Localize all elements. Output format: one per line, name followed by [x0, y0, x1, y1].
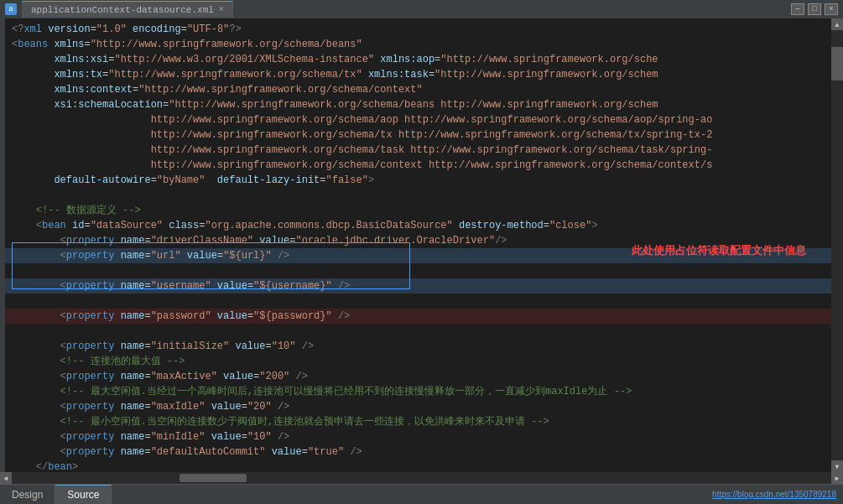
editor-content[interactable]: <?xml version="1.0" encoding="UTF-8"?> <…: [5, 18, 831, 472]
tab-close-icon[interactable]: ×: [219, 5, 224, 14]
window-controls: — □ ×: [791, 3, 838, 15]
minimize-button[interactable]: —: [791, 3, 804, 15]
scroll-thumb-v[interactable]: [831, 47, 843, 81]
app-icon: a: [5, 3, 17, 15]
title-bar: a applicationContext-datasource.xml × — …: [0, 0, 843, 18]
vertical-scrollbar[interactable]: ▲ ▼: [831, 18, 843, 472]
bottom-bar: Design Source https://blog.csdn.net/1350…: [0, 484, 843, 504]
scroll-track-h[interactable]: [12, 472, 831, 484]
scroll-down-button[interactable]: ▼: [831, 460, 843, 472]
tab-source[interactable]: Source: [55, 485, 112, 504]
maximize-button[interactable]: □: [808, 3, 821, 15]
bottom-url[interactable]: https://blog.csdn.net/1350789218: [712, 490, 843, 499]
tab-design[interactable]: Design: [0, 485, 55, 504]
scroll-left-button[interactable]: ◄: [0, 472, 12, 484]
scroll-up-button[interactable]: ▲: [831, 18, 843, 30]
close-button[interactable]: ×: [825, 3, 838, 15]
scroll-thumb-h[interactable]: [180, 474, 247, 482]
code-area: <?xml version="1.0" encoding="UTF-8"?> <…: [5, 18, 831, 472]
tab-label: applicationContext-datasource.xml: [31, 5, 214, 15]
scroll-track-v[interactable]: [831, 30, 843, 460]
editor-tab[interactable]: applicationContext-datasource.xml ×: [22, 1, 233, 18]
editor-wrapper: <?xml version="1.0" encoding="UTF-8"?> <…: [0, 18, 843, 472]
horizontal-scrollbar[interactable]: ◄ ►: [0, 472, 843, 484]
scroll-right-button[interactable]: ►: [831, 472, 843, 484]
